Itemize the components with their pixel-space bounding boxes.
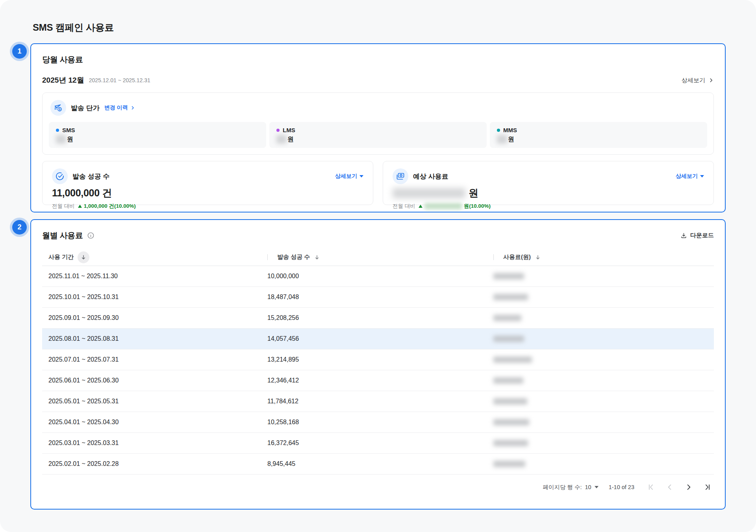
success-count-detail-link[interactable]: 상세보기 [335,173,363,180]
download-button[interactable]: 다운로드 [680,232,714,239]
period-cell: 2025.10.01 ~ 2025.10.31 [48,294,119,301]
current-month-usage-section: 1 당월 사용료 2025년 12월 2025.12.01 ~ 2025.12.… [30,43,726,212]
estimated-fee-delta-masked [424,203,462,209]
month-date-range: 2025.12.01 ~ 2025.12.31 [89,77,150,83]
success-count-cell: 16,372,645 [267,440,299,447]
pagination-range: 1-10 of 23 [609,484,634,490]
fee-masked-cell [493,398,527,405]
success-count-cell: 15,208,256 [267,314,299,321]
month-label: 2025년 12월 [42,75,84,85]
unit-price-item-mms: MMS원 [490,122,707,148]
send-success-count-card: 발송 성공 수 상세보기 11,000,000 건 전월 대비 1,0 [42,161,373,205]
sort-active-icon[interactable] [78,251,89,263]
table-row[interactable]: 2025.06.01 ~ 2025.06.3012,346,412 [42,370,714,391]
fee-masked-cell [493,315,521,321]
fee-masked-cell [493,419,529,425]
unit-price-item-label: MMS [503,127,517,133]
current-month-usage-title: 당월 사용료 [42,54,83,65]
estimated-fee-unit: 원 [469,187,478,200]
period-cell: 2025.07.01 ~ 2025.07.31 [48,356,119,363]
mms-dot-icon [497,129,500,132]
table-row[interactable]: 2025.09.01 ~ 2025.09.3015,208,256 [42,308,714,329]
fee-masked-cell [493,336,524,342]
unit-price-item-lms: LMS원 [269,122,487,148]
arrow-up-icon [78,205,82,208]
success-count-value: 11,000,000 건 [52,187,112,200]
unit-price-unit: 원 [287,135,294,144]
success-count-cell: 13,214,895 [267,356,299,363]
success-count-cell: 11,784,612 [267,398,298,405]
sort-icon[interactable] [535,254,541,260]
next-page-button[interactable] [685,483,693,491]
period-cell: 2025.08.01 ~ 2025.08.31 [48,335,119,342]
column-divider [267,254,268,260]
estimated-fee-detail-link[interactable]: 상세보기 [676,173,704,180]
prev-page-button[interactable] [666,483,674,491]
estimated-fee-masked-value [393,188,465,198]
monthly-usage-table: 사용 기간 발송 성공 수 사용료(원) [42,249,714,475]
unit-price-title: 발송 단가 [71,103,100,113]
chevron-right-icon [130,105,135,110]
unit-price-unit: 원 [508,135,514,144]
unit-price-items: SMS원LMS원MMS원 [49,122,707,148]
info-icon[interactable] [87,232,94,239]
compare-label: 전월 대비 [52,203,75,210]
period-cell: 2025.05.01 ~ 2025.05.31 [48,398,119,405]
chevron-down-icon [700,175,704,177]
estimated-fee-delta: 원(10.00%) [419,203,491,210]
fee-masked-cell [493,461,525,467]
check-circle-icon [52,168,68,184]
sms-dot-icon [56,129,59,132]
period-cell: 2025.06.01 ~ 2025.06.30 [48,377,119,384]
table-row[interactable]: 2025.03.01 ~ 2025.03.3116,372,645 [42,433,714,454]
table-row[interactable]: 2025.11.01 ~ 2025.11.3010,000,000 [42,266,714,287]
unit-price-masked-value [276,135,287,144]
table-header-row: 사용 기간 발송 성공 수 사용료(원) [42,249,714,266]
first-page-button[interactable] [647,483,655,491]
unit-price-masked-value [56,135,66,144]
chevron-right-icon [708,78,714,83]
table-row[interactable]: 2025.05.01 ~ 2025.05.3111,784,612 [42,391,714,412]
table-row[interactable]: 2025.07.01 ~ 2025.07.3113,214,895 [42,349,714,370]
table-row[interactable]: 2025.04.01 ~ 2025.04.3010,258,168 [42,412,714,433]
last-page-button[interactable] [704,483,712,491]
success-count-cell: 10,000,000 [267,273,299,280]
column-divider [493,254,494,260]
table-row[interactable]: 2025.10.01 ~ 2025.10.3118,487,048 [42,287,714,308]
period-cell: 2025.04.01 ~ 2025.04.30 [48,419,119,426]
unit-price-item-sms: SMS원 [49,122,266,148]
success-count-delta: 1,000,000 건(10.00%) [78,203,136,210]
unit-price-item-label: LMS [283,127,295,133]
column-fee: 사용료(원) [503,253,531,261]
arrow-up-icon [419,205,422,208]
lms-dot-icon [276,129,280,132]
success-count-cell: 14,057,456 [267,335,299,342]
send-money-icon: $ [50,100,66,116]
unit-price-history-link[interactable]: 변경 이력 [104,104,135,111]
success-count-cell: 12,346,412 [267,377,299,384]
sort-icon[interactable] [314,254,320,260]
table-row[interactable]: 2025.02.01 ~ 2025.02.288,945,445 [42,454,714,475]
column-period: 사용 기간 [48,253,74,261]
banknote-icon [393,168,408,184]
column-success-count: 발송 성공 수 [277,253,310,261]
chevron-down-icon [359,175,363,177]
period-cell: 2025.02.01 ~ 2025.02.28 [48,460,119,467]
table-row[interactable]: 2025.08.01 ~ 2025.08.3114,057,456 [42,329,714,349]
month-detail-link[interactable]: 상세보기 [682,77,714,84]
monthly-usage-section: 2 월별 사용료 다운로드 [30,219,726,510]
estimated-fee-title: 예상 사용료 [413,172,448,181]
period-cell: 2025.09.01 ~ 2025.09.30 [48,314,119,321]
fee-masked-cell [493,377,523,384]
section-number-badge-1: 1 [12,44,27,59]
period-cell: 2025.11.01 ~ 2025.11.30 [48,273,118,280]
send-unit-price-card: $ 발송 단가 변경 이력 SMS원LMS원MMS원 [42,92,714,155]
rows-per-page-select[interactable]: 페이지당 행 수: 10 [543,484,598,491]
fee-masked-cell [493,357,532,363]
fee-masked-cell [493,440,528,446]
fee-masked-cell [493,294,528,300]
success-count-cell: 10,258,168 [267,419,299,426]
success-count-cell: 18,487,048 [267,294,299,301]
period-cell: 2025.03.01 ~ 2025.03.31 [48,440,119,447]
compare-label: 전월 대비 [393,203,415,210]
